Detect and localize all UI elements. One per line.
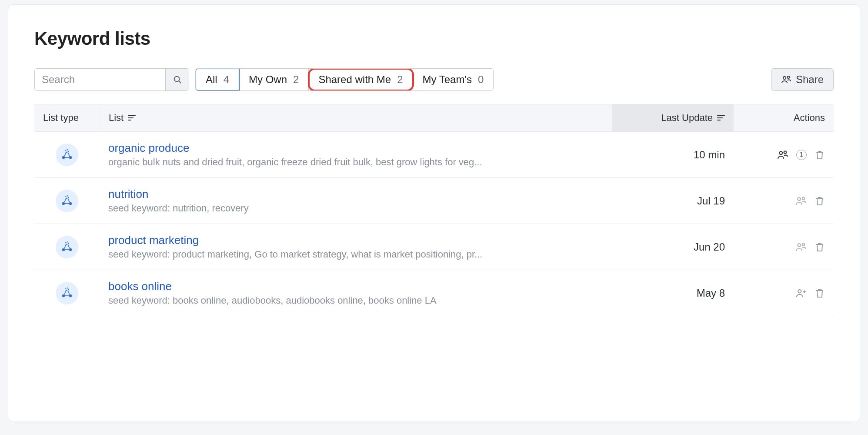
col-list-type-label: List type: [43, 112, 79, 124]
list-type-cell: [34, 144, 100, 166]
filter-tab-shared-with-me[interactable]: Shared with Me2: [309, 69, 413, 90]
table-row: books onlineseed keyword: books online, …: [34, 270, 834, 316]
tab-label: My Team's: [423, 74, 472, 86]
actions-cell: [734, 288, 834, 299]
tab-count: 4: [224, 74, 229, 86]
list-cell: product marketingseed keyword: product m…: [100, 234, 612, 260]
table-header-row: List type List Last Update A: [34, 104, 834, 132]
svg-line-29: [64, 244, 66, 248]
search-input[interactable]: [35, 69, 165, 90]
svg-point-3: [787, 76, 789, 78]
svg-line-22: [68, 198, 70, 202]
actions-cell: [734, 241, 834, 253]
toolbar: All4My Own2Shared with Me2My Team's0 Sha…: [34, 68, 834, 91]
table-row: organic produceorganic bulk nuts and dri…: [34, 132, 834, 178]
svg-point-32: [798, 244, 801, 247]
actions-cell: [734, 195, 834, 207]
svg-point-24: [798, 197, 801, 201]
list-cell: organic produceorganic bulk nuts and dri…: [100, 141, 612, 168]
share-button[interactable]: Share: [771, 68, 834, 91]
svg-line-38: [68, 291, 70, 294]
sort-icon: [717, 115, 725, 121]
search-icon: [173, 75, 182, 84]
users-share-icon[interactable]: [777, 149, 788, 161]
list-name-link[interactable]: books online: [108, 280, 603, 293]
list-name-link[interactable]: organic produce: [108, 141, 603, 155]
list-type-cell: [34, 282, 100, 304]
svg-point-25: [802, 197, 805, 200]
svg-line-14: [68, 152, 70, 156]
list-desc: seed keyword: books online, audiobooks, …: [108, 295, 552, 306]
list-type-cell: [34, 236, 100, 258]
tab-label: Shared with Me: [318, 74, 391, 86]
users-share-icon[interactable]: [795, 241, 807, 253]
svg-point-34: [66, 288, 68, 290]
list-desc: organic bulk nuts and dried fruit, organ…: [108, 157, 552, 168]
table-row: product marketingseed keyword: product m…: [34, 224, 834, 270]
last-update-cell: 10 min: [612, 149, 734, 161]
svg-point-10: [66, 149, 68, 152]
tab-label: My Own: [249, 74, 287, 86]
svg-point-20: [69, 202, 72, 204]
users-icon: [781, 74, 791, 85]
col-actions-label: Actions: [794, 112, 825, 124]
svg-point-33: [802, 243, 805, 246]
cluster-icon: [56, 190, 78, 212]
svg-point-2: [783, 77, 786, 79]
svg-point-12: [69, 156, 72, 158]
table-row: nutritionseed keyword: nutrition, recove…: [34, 178, 834, 224]
svg-point-19: [62, 202, 65, 204]
filter-tabs: All4My Own2Shared with Me2My Team's0: [195, 68, 494, 91]
svg-line-21: [64, 198, 66, 202]
trash-icon[interactable]: [815, 149, 825, 161]
keyword-lists-panel: Keyword lists All4My Own2Shared with Me2…: [8, 4, 860, 422]
svg-point-17: [784, 151, 787, 154]
filter-tab-all[interactable]: All4: [195, 68, 240, 91]
list-type-cell: [34, 190, 100, 212]
list-cell: books onlineseed keyword: books online, …: [100, 280, 612, 306]
share-count-badge: 1: [796, 150, 807, 160]
svg-line-37: [64, 291, 66, 294]
list-name-link[interactable]: product marketing: [108, 234, 603, 247]
svg-line-13: [64, 152, 66, 156]
col-list-type[interactable]: List type: [34, 104, 100, 131]
tab-label: All: [206, 74, 217, 86]
cluster-icon: [56, 236, 78, 258]
list-cell: nutritionseed keyword: nutrition, recove…: [100, 187, 612, 214]
last-update-cell: Jun 20: [612, 241, 734, 253]
col-list[interactable]: List: [100, 104, 612, 131]
svg-point-26: [66, 241, 68, 244]
svg-point-16: [779, 151, 782, 154]
filter-tab-my-team-s[interactable]: My Team's0: [413, 69, 494, 90]
page-title: Keyword lists: [34, 28, 834, 49]
svg-point-18: [66, 195, 68, 198]
search-button[interactable]: [165, 69, 189, 90]
filter-tab-my-own[interactable]: My Own2: [239, 69, 309, 90]
last-update-cell: Jul 19: [612, 195, 734, 207]
user-plus-icon[interactable]: [795, 288, 807, 299]
svg-point-27: [62, 248, 65, 251]
trash-icon[interactable]: [815, 195, 825, 207]
col-list-label: List: [109, 112, 124, 124]
last-update-cell: May 8: [612, 287, 734, 299]
col-last-update-label: Last Update: [661, 112, 713, 124]
svg-point-36: [69, 294, 72, 297]
tab-count: 0: [478, 74, 484, 86]
share-button-label: Share: [796, 74, 824, 86]
list-name-link[interactable]: nutrition: [108, 187, 603, 201]
col-last-update[interactable]: Last Update: [612, 104, 734, 131]
svg-point-11: [62, 156, 65, 158]
list-desc: seed keyword: product marketing, Go to m…: [108, 249, 552, 260]
svg-point-35: [62, 294, 65, 297]
keyword-lists-table: List type List Last Update A: [34, 104, 834, 316]
trash-icon[interactable]: [815, 288, 825, 299]
users-share-icon[interactable]: [795, 195, 807, 207]
svg-point-28: [69, 248, 72, 251]
tab-count: 2: [397, 74, 403, 86]
svg-point-40: [798, 289, 801, 292]
tab-count: 2: [293, 74, 299, 86]
cluster-icon: [56, 282, 78, 304]
trash-icon[interactable]: [815, 241, 825, 253]
col-actions: Actions: [734, 104, 834, 131]
svg-line-1: [179, 81, 181, 83]
